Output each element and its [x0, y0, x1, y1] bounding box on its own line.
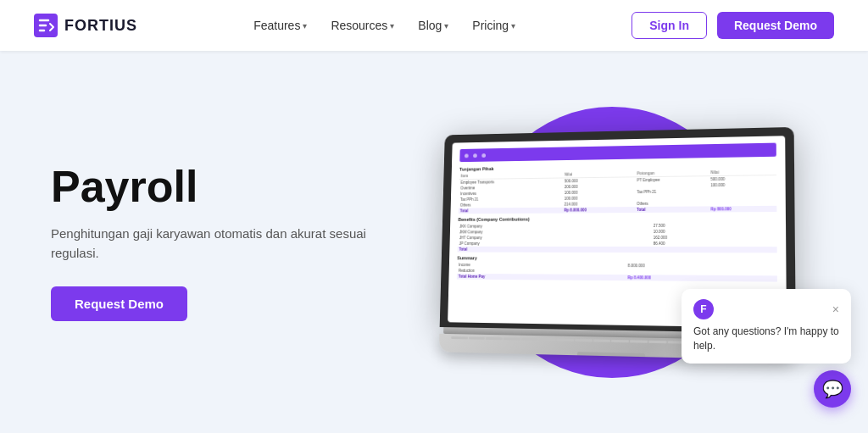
chat-fab-button[interactable]: 💬	[814, 370, 851, 408]
chat-close-button[interactable]: ×	[832, 303, 839, 316]
brand-name: FORTIUS	[64, 17, 137, 35]
nav-item-resources[interactable]: Resources ▾	[331, 19, 394, 32]
hero-title: Payroll	[51, 163, 407, 211]
table-row: JP Company86.400	[458, 240, 777, 246]
screen-section-tunjangan: Tunjangan Pihak Item Nilai Potongan Nila…	[459, 161, 777, 213]
chevron-down-icon: ▾	[511, 21, 515, 31]
screen-section-summary: Summary Income8.000.000 Reduction Total …	[457, 255, 777, 281]
chat-logo-icon: F	[693, 299, 714, 319]
hero-cta-button[interactable]: Request Demo	[51, 286, 187, 321]
table-row: JHT Company162.000	[458, 234, 777, 240]
hero-left: Payroll Penghitungan gaji karyawan otoma…	[51, 163, 407, 321]
screen-section-benefits: Benefits (Company Contributions) JKK Com…	[458, 215, 777, 253]
chat-widget: F × Got any questions? I'm happy to help…	[682, 289, 851, 408]
chat-bubble: F × Got any questions? I'm happy to help…	[682, 289, 851, 364]
logo-icon	[34, 14, 58, 37]
navbar: FORTIUS Features ▾ Resources ▾ Blog ▾ Pr…	[0, 0, 868, 51]
chevron-down-icon: ▾	[444, 21, 448, 31]
table-row: JKM Company10.000	[458, 228, 776, 235]
request-demo-button[interactable]: Request Demo	[717, 12, 834, 39]
signin-button[interactable]: Sign In	[632, 12, 707, 39]
chat-icon: 💬	[822, 379, 843, 399]
chevron-down-icon: ▾	[303, 21, 307, 31]
brand-logo[interactable]: FORTIUS	[34, 14, 137, 37]
hero-section: Payroll Penghitungan gaji karyawan otoma…	[0, 51, 868, 433]
screen-header-bar	[459, 142, 776, 162]
nav-links: Features ▾ Resources ▾ Blog ▾ Pricing ▾	[253, 19, 515, 32]
chevron-down-icon: ▾	[390, 21, 394, 31]
hero-subtitle: Penghitungan gaji karyawan otomatis dan …	[51, 225, 407, 263]
nav-item-blog[interactable]: Blog ▾	[418, 19, 448, 32]
chat-bubble-header: F ×	[693, 299, 839, 319]
nav-item-features[interactable]: Features ▾	[253, 19, 307, 32]
screen-content: Tunjangan Pihak Item Nilai Potongan Nila…	[448, 136, 787, 292]
nav-actions: Sign In Request Demo	[632, 12, 834, 39]
chat-message: Got any questions? I'm happy to help.	[693, 325, 839, 353]
nav-item-pricing[interactable]: Pricing ▾	[472, 19, 515, 32]
table-total-row: Total	[458, 246, 777, 253]
